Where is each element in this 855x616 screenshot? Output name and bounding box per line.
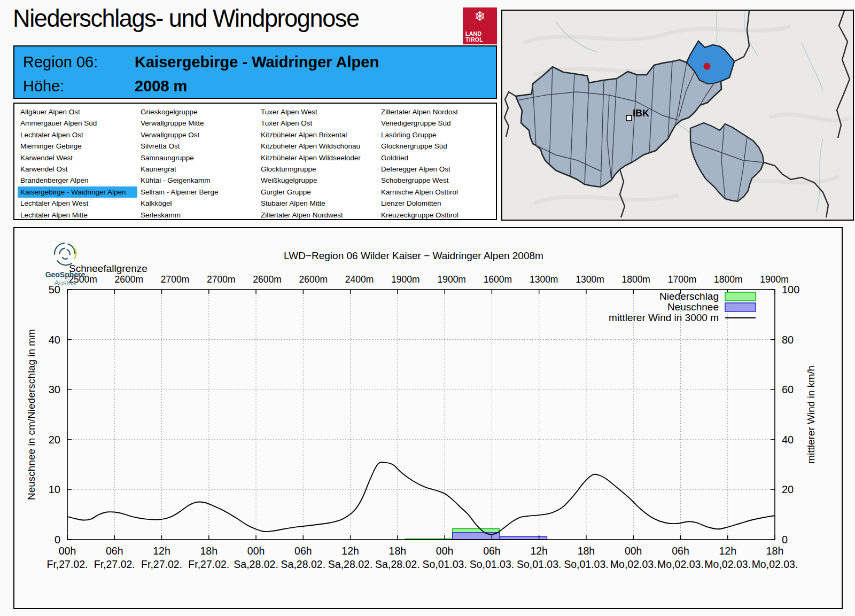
y-left-axis-label: Neuschnee in cm/Niederschlag in mm	[26, 329, 37, 500]
snowline-value: 1900m	[391, 274, 420, 285]
svg-text:Sa,28.02.: Sa,28.02.	[234, 558, 278, 570]
selected-region-marker	[704, 63, 711, 70]
region-list-item[interactable]: Lienzer Dolomitten	[378, 198, 498, 209]
svg-text:So,01.03.: So,01.03.	[517, 558, 561, 570]
tirol-map: IBK	[501, 10, 854, 221]
region-list-item[interactable]: Venedigergruppe Süd	[378, 118, 498, 129]
region-list-item[interactable]: Samnaungruppe	[138, 152, 258, 163]
snowline-value: 1600m	[484, 274, 512, 285]
svg-text:06h: 06h	[483, 545, 501, 557]
region-list-item[interactable]: Gurgler Gruppe	[258, 186, 378, 198]
chart-title: LWD−Region 06 Wilder Kaiser − Waidringer…	[284, 250, 543, 261]
svg-text:10: 10	[49, 484, 60, 495]
region-list-item[interactable]: Kreuzeckgruppe Osttirol	[378, 209, 498, 221]
svg-text:20: 20	[782, 484, 794, 495]
region-list-item[interactable]: Verwallgruppe Mitte	[138, 118, 258, 129]
region-list-item[interactable]: Serleskamm	[138, 209, 258, 221]
gridlines	[67, 290, 775, 540]
region-list-item[interactable]: Allgäuer Alpen Ost	[18, 106, 137, 118]
logo-line-land: LAND	[465, 31, 483, 37]
snowline-value: 1800m	[714, 274, 743, 285]
svg-text:40: 40	[782, 434, 794, 446]
region-list-item[interactable]: Deferegger Alpen Ost	[378, 163, 498, 175]
region-list: Allgäuer Alpen OstAmmergauer Alpen SüdLe…	[13, 103, 497, 220]
tirol-eagle-icon: ❄	[463, 8, 497, 24]
land-tirol-logo-text: LAND TIROL	[465, 31, 483, 42]
logo-line-tirol: TIROL	[465, 37, 483, 43]
svg-text:Fr,27.02.: Fr,27.02.	[141, 558, 182, 570]
y-right-tick-labels: 020406080100	[782, 284, 799, 545]
precip-snow-bars	[406, 528, 547, 540]
svg-text:00h: 00h	[625, 545, 642, 557]
legend-swatch	[725, 303, 756, 311]
ibk-label: IBK	[633, 108, 649, 119]
svg-text:Mo,02.03.: Mo,02.03.	[610, 558, 657, 570]
snowline-value: 1700m	[668, 274, 697, 285]
region-list-item[interactable]: Glocknergruppe Süd	[378, 141, 498, 152]
region-list-item[interactable]: Schobergruppe West	[378, 175, 498, 186]
region-list-item[interactable]: Kaunergrat	[138, 163, 258, 175]
axis-ticks	[67, 290, 775, 540]
region-list-item[interactable]: Kaisergebirge - Waidringer Alpen	[18, 186, 137, 198]
svg-text:18h: 18h	[578, 545, 595, 557]
svg-text:00h: 00h	[59, 545, 76, 557]
region-list-item[interactable]: Lechtaler Alpen Mitte	[18, 209, 137, 221]
svg-text:0: 0	[55, 534, 60, 545]
chart-legend: NiederschlagNeuschneemittlerer Wind in 3…	[609, 291, 756, 323]
svg-text:18h: 18h	[200, 545, 218, 557]
snowline-value: 1900m	[760, 274, 789, 285]
region-list-item[interactable]: Weißkugelgruppe	[258, 175, 378, 186]
svg-text:So,01.03.: So,01.03.	[470, 558, 514, 570]
geosphere-name: GeoSphere	[36, 270, 95, 279]
svg-text:12h: 12h	[341, 545, 359, 557]
neuschnee-bar	[500, 536, 547, 540]
svg-text:12h: 12h	[153, 545, 170, 557]
legend-label: Neuschnee	[667, 301, 719, 313]
wind-line	[67, 462, 775, 534]
snowline-value: 1300m	[530, 274, 558, 285]
region-list-item[interactable]: Karwendel West	[18, 152, 137, 163]
svg-text:Mo,02.03.: Mo,02.03.	[752, 558, 798, 570]
legend-swatch	[725, 292, 756, 301]
region-list-item[interactable]: Tuxer Alpen Ost	[258, 118, 378, 129]
svg-text:18h: 18h	[389, 545, 407, 557]
region-list-item[interactable]: Karnische Alpen Osttirol	[378, 186, 498, 198]
svg-text:Fr,27.02.: Fr,27.02.	[94, 558, 135, 570]
svg-text:Sa,28.02.: Sa,28.02.	[375, 558, 419, 570]
region-list-item[interactable]: Mieminger Gebirge	[18, 141, 137, 152]
svg-text:40: 40	[49, 334, 60, 346]
region-list-item[interactable]: Verwallgruppe Ost	[138, 129, 258, 141]
region-list-item[interactable]: Stubaier Alpen Mitte	[258, 198, 378, 209]
region-list-item[interactable]: Kühtai - Geigenkamm	[138, 175, 258, 186]
y-left-tick-labels: 01020304050	[49, 284, 60, 545]
region-info-box: Region 06:Kaisergebirge - Waidringer Alp…	[13, 45, 497, 99]
region-list-item[interactable]: Brandenberger Alpen	[18, 175, 137, 186]
region-list-item[interactable]: Glockturmgruppe	[258, 163, 378, 175]
plot-border	[67, 290, 775, 540]
snowline-value: 2400m	[345, 274, 374, 285]
region-list-item[interactable]: Ammergauer Alpen Süd	[18, 118, 137, 129]
region-list-item[interactable]: Kitzbüheler Alpen Wildschönau	[258, 141, 378, 152]
region-list-item[interactable]: Goldried	[378, 152, 498, 163]
svg-text:Mo,02.03.: Mo,02.03.	[704, 558, 751, 570]
svg-text:30: 30	[49, 384, 60, 395]
snowline-value: 2600m	[115, 274, 144, 285]
region-list-item[interactable]: Kitzbüheler Alpen Wildseeloder	[258, 152, 378, 163]
page-title: Niederschlags- und Windprognose	[13, 3, 359, 33]
geosphere-logo: GeoSphere Austria	[36, 240, 95, 287]
region-list-item[interactable]: Zillertaler Alpen Nordost	[378, 106, 498, 118]
region-list-item[interactable]: Tuxer Alpen West	[258, 106, 378, 118]
region-list-item[interactable]: Zillertaler Alpen Nordwest	[258, 209, 378, 221]
region-list-item[interactable]: Grieskogelgruppe	[138, 106, 258, 118]
region-list-item[interactable]: Kitzbüheler Alpen Brixental	[258, 129, 378, 141]
region-list-column-2: GrieskogelgruppeVerwallgruppe MitteVerwa…	[138, 106, 258, 221]
region-list-item[interactable]: Lechtaler Alpen West	[18, 198, 137, 209]
region-list-item[interactable]: Sellrain - Alpeiner Berge	[138, 186, 258, 198]
region-list-item[interactable]: Lechtaler Alpen Ost	[18, 129, 137, 141]
snowline-value: 2700m	[161, 274, 190, 285]
region-list-item[interactable]: Silvretta Ost	[138, 141, 258, 152]
region-list-item[interactable]: Kalkkögel	[138, 198, 258, 209]
region-list-item[interactable]: Karwendel Ost	[18, 163, 137, 175]
region-list-item[interactable]: Lasörling Gruppe	[378, 129, 498, 141]
svg-text:Sa,28.02.: Sa,28.02.	[281, 558, 325, 570]
